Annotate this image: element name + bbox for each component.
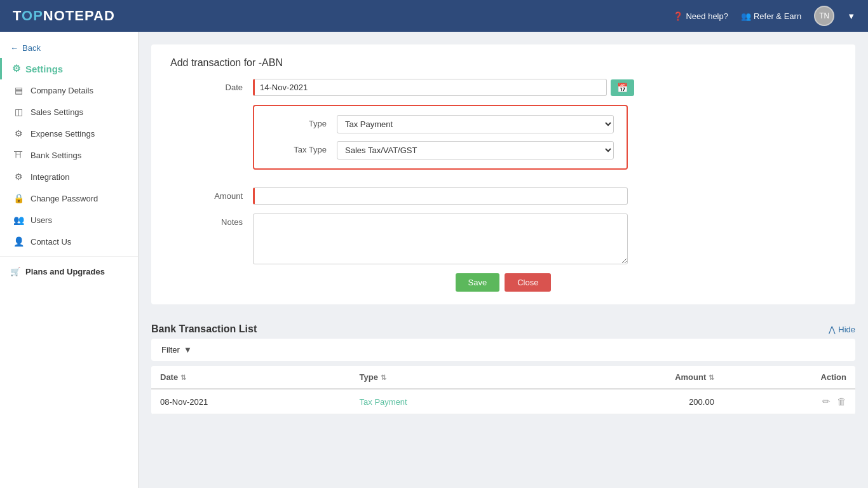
sort-amount-icon[interactable]: ⇅ bbox=[709, 374, 714, 381]
close-button[interactable]: Close bbox=[505, 273, 551, 292]
spacer-label bbox=[170, 105, 253, 109]
calendar-button[interactable]: 📅 bbox=[611, 79, 634, 96]
date-wrapper: 📅 bbox=[253, 79, 634, 96]
company-details-icon: ▤ bbox=[13, 85, 24, 95]
cell-action: ✏ 🗑 bbox=[723, 389, 855, 414]
sort-date-icon[interactable]: ⇅ bbox=[180, 374, 186, 381]
back-label: Back bbox=[22, 43, 41, 53]
sidebar-item-label: Bank Settings bbox=[31, 151, 81, 160]
tax-type-label: Tax Type bbox=[267, 141, 337, 154]
contact-us-icon: 👤 bbox=[13, 236, 24, 247]
save-button[interactable]: Save bbox=[456, 273, 500, 292]
cell-amount: 200.00 bbox=[550, 389, 723, 414]
back-button[interactable]: ← Back bbox=[0, 38, 138, 58]
col-amount-label: Amount bbox=[675, 372, 706, 382]
bank-settings-icon: ⛩ bbox=[13, 150, 24, 160]
cell-date: 08-Nov-2021 bbox=[151, 389, 351, 414]
cell-type: Tax Payment bbox=[351, 389, 550, 414]
settings-gear-icon: ⚙ bbox=[12, 63, 20, 74]
need-help-link[interactable]: ❓ Need help? bbox=[673, 11, 728, 21]
plans-cart-icon: 🛒 bbox=[10, 267, 20, 276]
main-content: Add transaction for -ABN Date 📅 Type bbox=[139, 32, 868, 488]
col-date-label: Date bbox=[160, 372, 178, 382]
sidebar-item-sales-settings[interactable]: ◫ Sales Settings bbox=[0, 101, 138, 123]
page-title: Add transaction for -ABN bbox=[170, 57, 836, 69]
amount-row: Amount bbox=[170, 187, 836, 205]
need-help-label: Need help? bbox=[686, 11, 728, 21]
sidebar-item-bank-settings[interactable]: ⛩ Bank Settings bbox=[0, 144, 138, 166]
header: TOPNOTEPAD ❓ Need help? 👥 Refer & Earn T… bbox=[0, 0, 868, 32]
layout: ← Back ⚙ Settings ▤ Company Details ◫ Sa… bbox=[0, 32, 868, 488]
type-inner-row: Type Tax Payment Bank Charge Other bbox=[267, 115, 614, 133]
sidebar-section-title-label: Settings bbox=[25, 64, 63, 74]
hide-label: Hide bbox=[838, 325, 855, 334]
col-date: Date ⇅ bbox=[151, 366, 351, 389]
notes-row: Notes bbox=[170, 214, 836, 264]
change-password-icon: 🔒 bbox=[13, 193, 24, 203]
transaction-list-title: Bank Transaction List bbox=[151, 323, 257, 335]
sidebar-item-change-password[interactable]: 🔒 Change Password bbox=[0, 187, 138, 209]
filter-label: Filter bbox=[161, 345, 180, 355]
refer-earn-link[interactable]: 👥 Refer & Earn bbox=[741, 11, 801, 21]
table-body: 08-Nov-2021 Tax Payment 200.00 ✏ 🗑 bbox=[151, 389, 855, 414]
refer-icon: 👥 bbox=[741, 11, 751, 21]
col-action-label: Action bbox=[821, 372, 846, 382]
delete-icon[interactable]: 🗑 bbox=[837, 396, 846, 407]
hide-link[interactable]: ⋀ Hide bbox=[829, 325, 855, 334]
add-transaction-form: Add transaction for -ABN Date 📅 Type bbox=[151, 44, 855, 304]
sidebar-item-label: Integration bbox=[31, 172, 69, 182]
sidebar-item-label: Company Details bbox=[31, 86, 93, 95]
sidebar: ← Back ⚙ Settings ▤ Company Details ◫ Sa… bbox=[0, 32, 139, 488]
form-buttons: Save Close bbox=[170, 273, 836, 292]
users-icon: 👥 bbox=[13, 215, 24, 225]
col-amount: Amount ⇅ bbox=[550, 366, 723, 389]
sidebar-item-plans[interactable]: 🛒 Plans and Upgrades bbox=[0, 261, 138, 283]
type-link[interactable]: Tax Payment bbox=[360, 397, 407, 407]
date-label: Date bbox=[170, 79, 253, 92]
sidebar-item-users[interactable]: 👥 Users bbox=[0, 209, 138, 231]
sidebar-item-expense-settings[interactable]: ⚙ Expense Settings bbox=[0, 123, 138, 144]
notes-textarea[interactable] bbox=[253, 214, 628, 264]
sidebar-divider bbox=[0, 256, 138, 257]
plans-label: Plans and Upgrades bbox=[25, 267, 105, 276]
table-header-row: Date ⇅ Type ⇅ Amount ⇅ bbox=[151, 366, 855, 389]
tax-type-inner-row: Tax Type Sales Tax/VAT/GST Income Tax Ot… bbox=[267, 141, 614, 159]
sidebar-item-company-details[interactable]: ▤ Company Details bbox=[0, 79, 138, 101]
chevron-up-icon: ⋀ bbox=[829, 325, 836, 334]
amount-input[interactable] bbox=[253, 187, 628, 205]
sidebar-item-integration[interactable]: ⚙ Integration bbox=[0, 166, 138, 187]
filter-bar: Filter ▼ bbox=[151, 339, 855, 361]
logo: TOPNOTEPAD bbox=[13, 8, 115, 24]
avatar-initials: TN bbox=[819, 11, 829, 20]
sidebar-item-label: Users bbox=[31, 215, 52, 225]
transaction-section: Bank Transaction List ⋀ Hide Filter ▼ bbox=[151, 317, 855, 414]
avatar[interactable]: TN bbox=[814, 6, 834, 26]
date-row: Date 📅 bbox=[170, 79, 836, 96]
transaction-table-wrapper: Date ⇅ Type ⇅ Amount ⇅ bbox=[151, 366, 855, 414]
date-input[interactable] bbox=[253, 79, 607, 96]
edit-icon[interactable]: ✏ bbox=[822, 396, 831, 407]
sales-settings-icon: ◫ bbox=[13, 107, 24, 117]
sidebar-item-label: Contact Us bbox=[31, 237, 71, 247]
sidebar-section-settings: ⚙ Settings bbox=[0, 58, 138, 79]
type-select[interactable]: Tax Payment Bank Charge Other bbox=[337, 115, 614, 133]
sort-type-icon[interactable]: ⇅ bbox=[381, 374, 386, 381]
sidebar-item-label: Sales Settings bbox=[31, 107, 83, 117]
type-label: Type bbox=[267, 115, 337, 128]
col-type-label: Type bbox=[360, 372, 378, 382]
notes-label: Notes bbox=[170, 214, 253, 227]
action-icons: ✏ 🗑 bbox=[732, 396, 846, 407]
help-icon: ❓ bbox=[673, 11, 683, 21]
table-row: 08-Nov-2021 Tax Payment 200.00 ✏ 🗑 bbox=[151, 389, 855, 414]
avatar-dropdown-icon[interactable]: ▼ bbox=[847, 11, 855, 21]
integration-icon: ⚙ bbox=[13, 172, 24, 182]
calendar-icon: 📅 bbox=[617, 83, 628, 93]
sidebar-item-label: Expense Settings bbox=[31, 129, 95, 139]
amount-label: Amount bbox=[170, 187, 253, 201]
tax-type-select[interactable]: Sales Tax/VAT/GST Income Tax Other Tax bbox=[337, 141, 614, 159]
col-action: Action bbox=[723, 366, 855, 389]
header-right: ❓ Need help? 👥 Refer & Earn TN ▼ bbox=[673, 6, 855, 26]
filter-title: Filter ▼ bbox=[161, 345, 845, 355]
sidebar-item-contact-us[interactable]: 👤 Contact Us bbox=[0, 231, 138, 252]
sidebar-item-label: Change Password bbox=[31, 194, 98, 203]
